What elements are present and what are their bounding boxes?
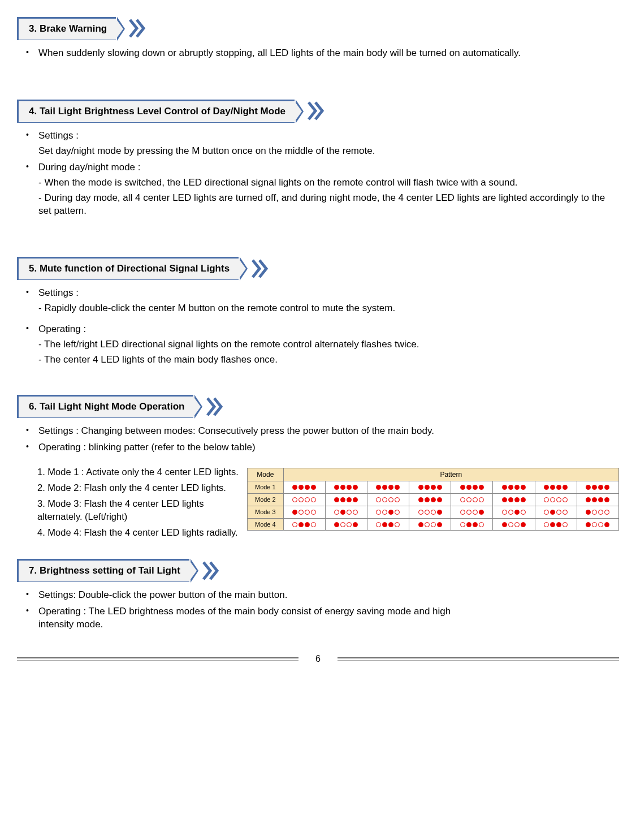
led-off-icon [376,522,381,527]
bullet-sub: - The center 4 LED lights of the main bo… [38,354,619,367]
pattern-cell [283,493,325,506]
section-6-header: 6. Tail Light Night Mode Operation [17,395,619,418]
led-on-icon [556,522,561,527]
led-off-icon [431,510,436,515]
led-on-icon [550,510,555,515]
pattern-cell [535,506,577,518]
pattern-cell [493,493,535,506]
led-on-icon [395,485,400,490]
pattern-cell [577,518,618,531]
led-off-icon [388,497,393,502]
bullet-text: Settings: Double-click the power button … [38,589,619,602]
pattern-table: Mode Pattern Mode 1Mode 2Mode 3Mode 4 [247,468,619,531]
led-on-icon [514,497,520,502]
pattern-cell [367,493,409,506]
bullet-head: Operating : [38,324,86,334]
led-off-icon [502,510,507,515]
bullet-head: During day/night mode : [38,162,141,173]
led-on-icon [502,522,507,527]
led-on-icon [466,485,471,490]
led-off-icon [592,510,597,515]
section-7-bullets: Settings: Double-click the power button … [17,589,619,631]
mode-desc: 1. Mode 1 : Activate only the 4 center L… [37,466,241,478]
bullet-item: Settings : Set day/night mode by pressin… [38,130,619,158]
led-off-icon [466,510,471,515]
section-3-bullets: When suddenly slowing down or abruptly s… [17,47,619,60]
led-on-icon [521,497,526,502]
led-on-icon [502,485,507,490]
led-off-icon [431,522,436,527]
led-on-icon [298,485,304,490]
led-on-icon [292,485,297,490]
led-off-icon [353,510,358,515]
led-on-icon [305,522,310,527]
mode-label: Mode 4 [248,518,283,531]
led-off-icon [334,510,339,515]
pattern-cell [535,493,577,506]
led-off-icon [479,497,484,502]
led-on-icon [431,485,436,490]
mode-desc: 4. Mode 4: Flash the 4 center LED lights… [37,526,241,539]
pattern-cell [367,506,409,518]
led-off-icon [598,510,603,515]
led-off-icon [544,510,549,515]
led-on-icon [298,522,304,527]
led-off-icon [311,497,316,502]
led-on-icon [418,497,423,502]
led-off-icon [466,497,471,502]
led-off-icon [305,497,310,502]
led-off-icon [563,510,568,515]
led-on-icon [592,497,597,502]
led-on-icon [466,522,471,527]
led-on-icon [521,485,526,490]
pattern-cell [325,518,367,531]
mode-desc: 2. Mode 2: Flash only the 4 center LED l… [37,481,241,494]
led-on-icon [437,510,442,515]
pattern-cell [535,481,577,494]
led-off-icon [298,510,304,515]
section-7-header: 7. Brightness setting of Tail Light [17,559,619,582]
led-off-icon [395,497,400,502]
bullet-sub: - The left/right LED directional signal … [38,338,619,351]
led-on-icon [556,485,561,490]
led-on-icon [508,497,513,502]
led-on-icon [340,485,345,490]
led-on-icon [460,485,465,490]
led-on-icon [334,497,339,502]
led-on-icon [604,497,609,502]
led-on-icon [340,510,345,515]
led-off-icon [425,510,430,515]
bullet-head: Settings : [38,287,79,298]
led-off-icon [598,522,603,527]
chevron-icon [128,18,149,38]
pattern-cell [493,506,535,518]
led-on-icon [544,485,549,490]
mode-label: Mode 3 [248,506,283,518]
led-off-icon [473,497,478,502]
led-off-icon [395,522,400,527]
bullet-item: During day/night mode : - When the mode … [38,161,619,218]
led-on-icon [425,485,430,490]
chevron-icon [307,101,327,121]
led-off-icon [550,497,555,502]
pattern-cell [577,493,618,506]
section-6-bullets: Settings : Changing between modes: Conse… [17,425,619,454]
pattern-cell [283,481,325,494]
led-on-icon [418,522,423,527]
led-off-icon [460,510,465,515]
led-on-icon [586,485,591,490]
bullet-item: Settings : - Rapidly double-click the ce… [38,287,619,315]
pattern-cell [409,481,451,494]
pattern-cell [325,481,367,494]
led-on-icon [334,522,339,527]
led-off-icon [298,497,304,502]
led-on-icon [382,485,387,490]
th-pattern: Pattern [283,468,618,481]
mode-desc: 3. Mode 3: Flash the 4 center LED lights… [37,497,241,523]
pattern-cell [409,518,451,531]
led-on-icon [592,485,597,490]
led-on-icon [340,497,345,502]
led-on-icon [418,485,423,490]
section-4-bullets: Settings : Set day/night mode by pressin… [17,130,619,218]
pattern-cell [283,518,325,531]
